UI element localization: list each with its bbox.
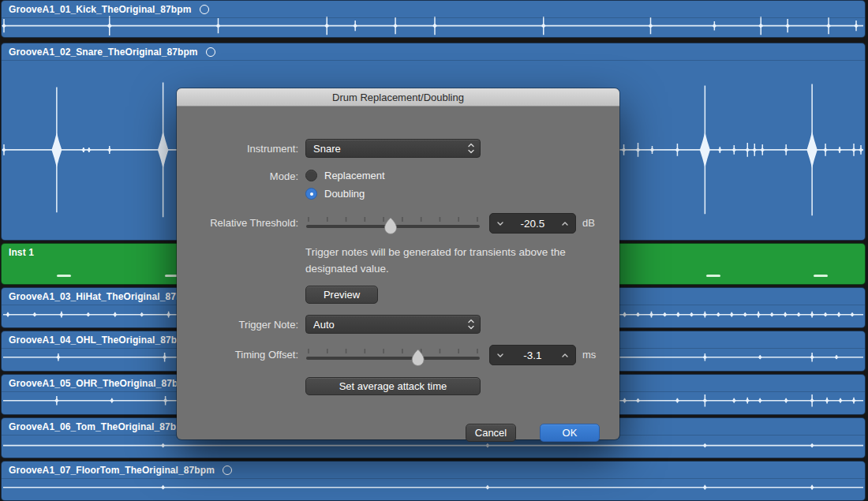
region-header: GrooveA1_07_FloorTom_TheOriginal_87bpm — [2, 462, 865, 479]
dialog-body: Instrument: Snare Mode: Replacement Doub… — [177, 106, 619, 439]
relative-threshold-slider[interactable] — [305, 211, 481, 235]
region-header: GrooveA1_01_Kick_TheOriginal_87bpm — [2, 1, 865, 18]
region-name: GrooveA1_06_Tom_TheOriginal_87bpm — [9, 421, 191, 432]
stepper-up-icon[interactable] — [561, 353, 569, 358]
relative-threshold-value[interactable]: -20.5 — [504, 218, 561, 230]
audio-region-1[interactable]: GrooveA1_01_Kick_TheOriginal_87bpm — [1, 0, 866, 38]
slider-thumb[interactable] — [412, 350, 424, 366]
region-name: GrooveA1_02_Snare_TheOriginal_87bpm — [9, 47, 198, 58]
region-name: GrooveA1_03_HiHat_TheOriginal_87bpm — [9, 291, 196, 302]
mode-doubling-radio[interactable] — [305, 188, 317, 200]
preview-button-label: Preview — [324, 289, 360, 301]
instrument-value: Snare — [313, 143, 467, 155]
mode-doubling-label: Doubling — [324, 188, 365, 200]
timing-offset-stepper[interactable]: -3.1 — [489, 345, 576, 365]
chevron-up-down-icon — [467, 142, 475, 155]
audio-region-8[interactable]: GrooveA1_07_FloorTom_TheOriginal_87bpm — [1, 461, 866, 501]
cancel-button[interactable]: Cancel — [466, 424, 516, 442]
ok-button-label: OK — [563, 427, 578, 439]
cancel-button-label: Cancel — [475, 427, 507, 439]
timing-unit-label: ms — [582, 348, 596, 362]
loop-icon — [206, 47, 215, 57]
threshold-unit-label: dB — [582, 216, 595, 230]
chevron-up-down-icon — [467, 318, 475, 331]
ok-button[interactable]: OK — [540, 424, 600, 442]
mode-label: Mode: — [177, 170, 298, 184]
loop-icon — [223, 465, 232, 475]
set-average-attack-button[interactable]: Set average attack time — [305, 377, 481, 395]
region-name: GrooveA1_07_FloorTom_TheOriginal_87bpm — [9, 465, 215, 476]
instrument-label: Instrument: — [177, 142, 298, 156]
timing-offset-label: Timing Offset: — [177, 348, 298, 362]
midi-note — [706, 275, 720, 277]
timing-offset-slider[interactable] — [305, 343, 481, 367]
drum-replacement-dialog: Drum Replacement/Doubling Instrument: Sn… — [177, 88, 619, 439]
trigger-note-popup[interactable]: Auto — [305, 315, 481, 334]
dialog-titlebar: Drum Replacement/Doubling — [177, 88, 619, 107]
slider-thumb[interactable] — [385, 218, 397, 234]
stepper-down-icon[interactable] — [496, 221, 504, 226]
instrument-popup[interactable]: Snare — [305, 139, 481, 158]
mode-replacement-radio[interactable] — [305, 170, 317, 181]
trigger-note-label: Trigger Note: — [177, 318, 298, 332]
set-average-attack-label: Set average attack time — [339, 380, 447, 392]
region-header: GrooveA1_02_Snare_TheOriginal_87bpm — [2, 43, 865, 61]
relative-threshold-stepper[interactable]: -20.5 — [489, 213, 576, 234]
threshold-help-text: Trigger notes will be generated for tran… — [305, 244, 591, 277]
trigger-note-value: Auto — [313, 319, 467, 331]
preview-button[interactable]: Preview — [305, 286, 378, 304]
midi-note — [814, 275, 828, 277]
stepper-up-icon[interactable] — [561, 221, 569, 226]
region-name: Inst 1 — [9, 247, 34, 258]
mode-replacement-label: Replacement — [324, 170, 385, 182]
region-name: GrooveA1_05_OHR_TheOriginal_87bpm — [9, 378, 193, 389]
dialog-title: Drum Replacement/Doubling — [332, 92, 464, 103]
region-name: GrooveA1_04_OHL_TheOriginal_87bpm — [9, 335, 191, 346]
region-name: GrooveA1_01_Kick_TheOriginal_87bpm — [9, 4, 192, 15]
timing-offset-value[interactable]: -3.1 — [504, 350, 561, 361]
midi-note — [57, 275, 71, 277]
loop-icon — [200, 5, 209, 14]
relative-threshold-label: Relative Threshold: — [177, 216, 298, 230]
stepper-down-icon[interactable] — [496, 353, 504, 358]
